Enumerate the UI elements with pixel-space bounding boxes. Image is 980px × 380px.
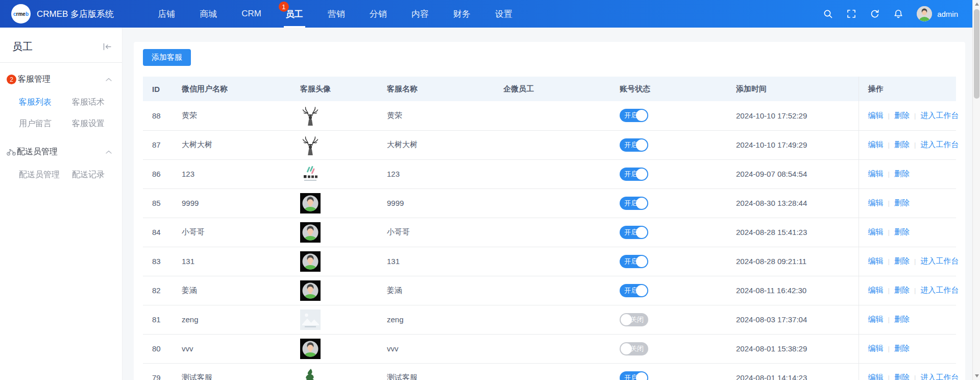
user-menu[interactable]: admin	[917, 6, 958, 21]
status-toggle[interactable]: 开启	[620, 371, 648, 380]
bell-icon[interactable]	[893, 9, 903, 19]
table-row: 82 姜涵 姜涵 开启 2024-08-11 16:42:30 编辑|删除|进入…	[143, 276, 956, 305]
action-link-删除[interactable]: 删除	[894, 140, 910, 150]
sidebar-item-客服设置[interactable]: 客服设置	[72, 118, 125, 129]
sidebar-section-配送员管理[interactable]: 配送员管理	[0, 144, 122, 160]
nav-item-营销[interactable]: 营销	[320, 0, 353, 28]
column-header-操作: 操作	[859, 77, 956, 101]
action-link-编辑[interactable]: 编辑	[868, 140, 884, 150]
nav-item-label: 设置	[495, 8, 512, 20]
search-icon[interactable]	[823, 9, 833, 19]
row-actions: 编辑|删除	[868, 169, 957, 179]
cell-id: 86	[143, 159, 173, 188]
action-separator: |	[914, 141, 916, 149]
cell-status: 开启	[610, 218, 727, 247]
toggle-knob	[636, 139, 647, 151]
person-avatar-image	[300, 193, 321, 213]
action-link-进入工作台[interactable]: 进入工作台	[920, 256, 959, 266]
chevron-up-icon[interactable]	[106, 150, 112, 154]
action-link-进入工作台[interactable]: 进入工作台	[920, 111, 959, 121]
sidebar-item-用户留言[interactable]: 用户留言	[19, 118, 72, 129]
nav-item-商城[interactable]: 商城	[191, 0, 225, 28]
cell-status: 开启	[610, 188, 727, 218]
nav-item-CRM[interactable]: CRM	[233, 0, 270, 28]
action-link-删除[interactable]: 删除	[894, 169, 910, 179]
page-scrollbar[interactable]	[972, 0, 980, 380]
action-link-编辑[interactable]: 编辑	[868, 111, 884, 121]
action-link-编辑[interactable]: 编辑	[868, 373, 884, 380]
action-link-删除[interactable]: 删除	[894, 227, 910, 237]
action-link-编辑[interactable]: 编辑	[868, 315, 884, 324]
action-link-进入工作台[interactable]: 进入工作台	[920, 286, 959, 295]
sidebar-item-配送员管理[interactable]: 配送员管理	[19, 170, 72, 180]
cell-wechat-name: 测试客服	[173, 363, 291, 380]
action-separator: |	[914, 257, 916, 265]
nav-item-内容[interactable]: 内容	[403, 0, 437, 28]
status-toggle[interactable]: 关闭	[620, 342, 648, 355]
fullscreen-icon[interactable]	[846, 9, 856, 19]
scroll-down-arrow[interactable]	[973, 372, 980, 380]
action-link-删除[interactable]: 删除	[894, 344, 910, 353]
nav-item-员工[interactable]: 员工1	[278, 0, 311, 28]
cell-add-time: 2024-09-07 08:54:54	[727, 159, 859, 188]
action-link-编辑[interactable]: 编辑	[868, 169, 884, 179]
action-separator: |	[888, 345, 890, 352]
nav-badge: 1	[279, 2, 289, 12]
scrollbar-thumb[interactable]	[974, 9, 979, 99]
nav-item-设置[interactable]: 设置	[487, 0, 521, 28]
row-actions: 编辑|删除|进入工作台	[868, 111, 957, 121]
status-toggle[interactable]: 开启	[620, 168, 648, 181]
action-link-删除[interactable]: 删除	[894, 315, 910, 324]
status-toggle[interactable]: 开启	[620, 197, 648, 210]
action-link-删除[interactable]: 删除	[894, 198, 910, 208]
table-row: 80 vvv vvv 关闭 2024-08-01 15:38:29 编辑|删除	[143, 334, 956, 363]
collapse-sidebar-icon[interactable]	[103, 43, 112, 51]
action-link-删除[interactable]: 删除	[894, 111, 910, 121]
action-link-删除[interactable]: 删除	[894, 256, 910, 266]
cell-id: 83	[143, 247, 173, 276]
scroll-up-arrow[interactable]	[973, 0, 980, 8]
action-link-删除[interactable]: 删除	[894, 373, 910, 380]
status-toggle[interactable]: 开启	[620, 226, 648, 239]
status-toggle[interactable]: 开启	[620, 255, 648, 268]
status-toggle[interactable]: 关闭	[620, 313, 648, 326]
action-link-删除[interactable]: 删除	[894, 286, 910, 295]
sidebar-section-客服管理[interactable]: 2客服管理	[0, 71, 122, 88]
nav-item-店铺[interactable]: 店铺	[150, 0, 183, 28]
customer-avatar	[300, 251, 321, 272]
toggle-knob	[636, 169, 647, 180]
cell-add-time: 2024-10-10 17:49:29	[727, 130, 859, 159]
cell-id: 84	[143, 218, 173, 247]
chevron-up-icon[interactable]	[106, 78, 112, 82]
sidebar-item-配送记录[interactable]: 配送记录	[72, 170, 125, 180]
status-toggle[interactable]: 开启	[620, 284, 648, 297]
sidebar-item-客服话术[interactable]: 客服话术	[72, 97, 125, 108]
action-link-编辑[interactable]: 编辑	[868, 227, 884, 237]
status-toggle[interactable]: 开启	[620, 138, 648, 152]
cell-actions: 编辑|删除	[859, 159, 956, 188]
cell-status: 开启	[610, 363, 727, 380]
add-customer-service-button[interactable]: 添加客服	[143, 49, 191, 66]
tree-avatar-image	[300, 368, 321, 380]
cell-enterprise-wechat	[494, 363, 610, 380]
cell-wechat-name: 123	[173, 159, 291, 188]
cell-avatar	[291, 363, 378, 380]
cell-enterprise-wechat	[494, 305, 610, 334]
nav-item-财务[interactable]: 财务	[445, 0, 479, 28]
nav-item-分销[interactable]: 分销	[361, 0, 395, 28]
refresh-icon[interactable]	[870, 9, 880, 19]
sidebar-item-客服列表[interactable]: 客服列表	[19, 97, 72, 108]
action-link-进入工作台[interactable]: 进入工作台	[920, 140, 959, 150]
action-link-编辑[interactable]: 编辑	[868, 256, 884, 266]
cell-add-time: 2024-08-01 14:14:23	[727, 363, 859, 380]
action-separator: |	[888, 228, 890, 236]
status-toggle[interactable]: 开启	[620, 109, 648, 122]
action-link-编辑[interactable]: 编辑	[868, 198, 884, 208]
cell-actions: 编辑|删除|进入工作台	[859, 363, 956, 380]
action-link-进入工作台[interactable]: 进入工作台	[920, 373, 959, 380]
action-link-编辑[interactable]: 编辑	[868, 344, 884, 353]
action-separator: |	[888, 112, 890, 120]
action-link-编辑[interactable]: 编辑	[868, 286, 884, 295]
cell-avatar	[291, 218, 378, 247]
cell-service-name: 大树大树	[378, 130, 494, 159]
